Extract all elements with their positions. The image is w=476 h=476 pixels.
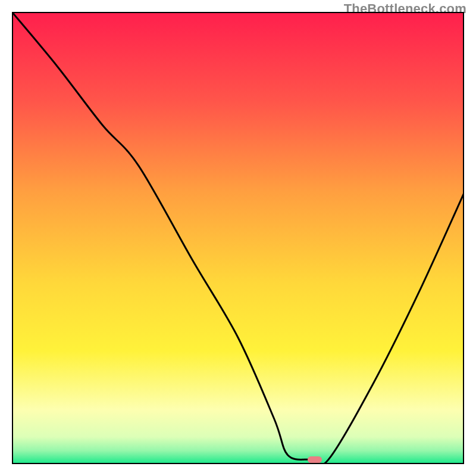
chart-frame: TheBottleneck.com [0,0,476,476]
plot-area [12,12,464,464]
plot-border [12,12,464,464]
svg-rect-1 [12,12,464,464]
